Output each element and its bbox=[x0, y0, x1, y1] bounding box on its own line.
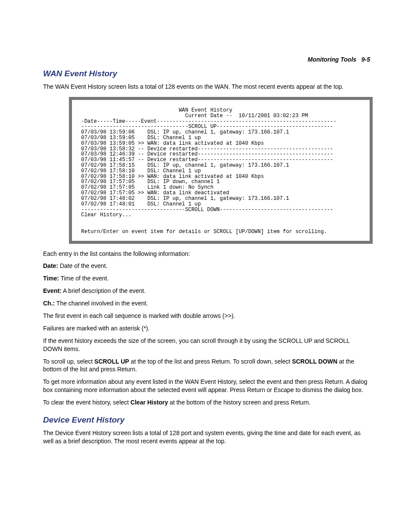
def-event-label: Event: bbox=[43, 287, 62, 294]
def-ch-label: Ch.: bbox=[43, 300, 55, 307]
first-event-note: The first event in each call sequence is… bbox=[43, 312, 370, 320]
wan-intro: The WAN Event History screen lists a tot… bbox=[43, 83, 370, 91]
scroll-note: If the event history exceeds the size of… bbox=[43, 337, 370, 353]
def-time-text: Time of the event. bbox=[59, 275, 109, 282]
more-info-note: To get more information about any event … bbox=[43, 378, 370, 394]
def-event: Event: A brief description of the event. bbox=[43, 287, 370, 295]
def-time: Time: Time of the event. bbox=[43, 274, 370, 283]
page-number: 9-5 bbox=[361, 56, 370, 63]
def-date-text: Date of the event. bbox=[58, 262, 107, 269]
def-date: Date: Date of the event. bbox=[43, 262, 370, 270]
device-intro: The Device Event History screen lists a … bbox=[43, 429, 370, 445]
page-header: Monitoring Tools 9-5 bbox=[43, 56, 370, 63]
failure-note: Failures are marked with an asterisk (*)… bbox=[43, 324, 370, 333]
wan-terminal-box: WAN Event History Current Date -- 10/11/… bbox=[69, 97, 373, 244]
clear-instructions: To clear the event history, select Clear… bbox=[43, 398, 370, 407]
def-ch: Ch.: The channel involved in the event. bbox=[43, 299, 370, 308]
scroll-instructions: To scroll up, select SCROLL UP at the to… bbox=[43, 358, 370, 374]
entry-intro: Each entry in the list contains the foll… bbox=[43, 250, 370, 258]
def-date-label: Date: bbox=[43, 262, 58, 269]
def-time-label: Time: bbox=[43, 275, 59, 282]
device-event-history-heading: Device Event History bbox=[43, 415, 370, 425]
section-name: Monitoring Tools bbox=[308, 56, 356, 63]
wan-event-history-heading: WAN Event History bbox=[43, 69, 370, 78]
wan-terminal-content: WAN Event History Current Date -- 10/11/… bbox=[78, 108, 364, 235]
def-event-text: A brief description of the event. bbox=[62, 287, 146, 294]
def-ch-text: The channel involved in the event. bbox=[55, 300, 148, 307]
